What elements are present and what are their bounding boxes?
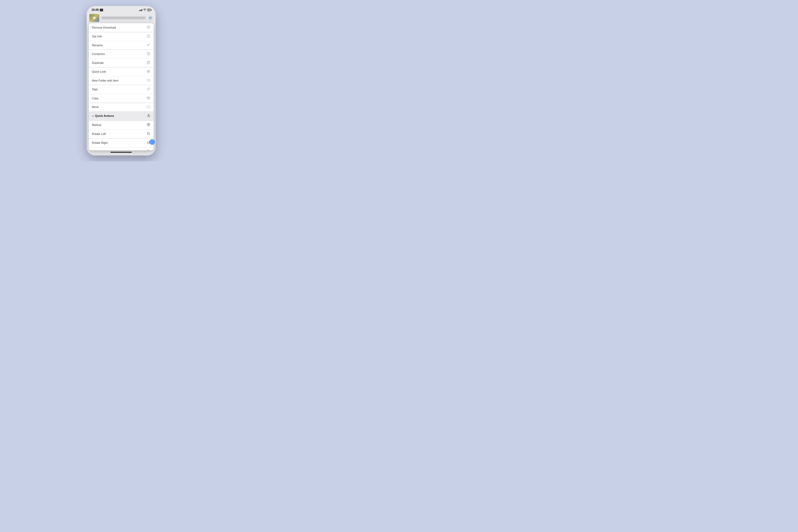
svg-rect-13 xyxy=(147,62,149,64)
menu-label-duplicate: Duplicate xyxy=(92,61,104,64)
markup-icon xyxy=(147,123,150,127)
menu-item-quick-look[interactable]: Quick Look xyxy=(89,68,154,76)
compress-icon xyxy=(147,52,150,56)
menu-label-markup: Markup xyxy=(92,124,101,127)
status-icons: 83 xyxy=(139,8,151,11)
file-row xyxy=(87,13,156,23)
svg-point-21 xyxy=(149,116,150,116)
chevron-down-icon xyxy=(92,115,94,117)
home-indicator xyxy=(111,152,132,153)
svg-point-17 xyxy=(149,88,149,89)
svg-point-3 xyxy=(150,17,151,18)
blue-circle xyxy=(149,139,155,145)
menu-label-remove-download: Remove Download xyxy=(92,26,116,29)
copy-icon xyxy=(147,96,150,100)
menu-label-quick-look: Quick Look xyxy=(92,70,106,73)
signal-icon xyxy=(139,9,142,11)
quick-actions-header[interactable]: Quick Actions xyxy=(89,112,154,121)
menu-item-markup[interactable]: Markup xyxy=(89,121,154,130)
menu-label-new-folder: New Folder with Item xyxy=(92,79,118,82)
menu-item-move[interactable]: Move xyxy=(89,103,154,112)
rename-icon xyxy=(147,43,150,47)
menu-item-compress[interactable]: Compress xyxy=(89,50,154,58)
remove-download-icon xyxy=(147,25,150,30)
menu-item-duplicate[interactable]: Duplicate xyxy=(89,58,154,68)
svg-point-20 xyxy=(148,116,148,116)
file-thumbnail xyxy=(89,14,99,22)
svg-point-10 xyxy=(148,35,149,36)
svg-point-0 xyxy=(149,17,150,18)
svg-point-5 xyxy=(150,18,151,19)
menu-label-rename: Rename xyxy=(92,44,102,47)
svg-point-22 xyxy=(147,123,150,126)
svg-rect-24 xyxy=(147,142,149,144)
notification-icon: ⬛ xyxy=(100,9,103,11)
context-menu: Remove Download Get Info xyxy=(89,23,154,150)
svg-point-2 xyxy=(149,18,150,19)
menu-item-rotate-right[interactable]: Rotate Right xyxy=(89,139,154,148)
move-icon xyxy=(147,105,150,109)
svg-rect-19 xyxy=(147,97,149,99)
menu-label-rotate-right: Rotate Right xyxy=(92,141,108,145)
menu-item-create-pdf[interactable]: Create PDF xyxy=(89,148,154,150)
file-name xyxy=(101,17,146,19)
svg-point-6 xyxy=(151,17,151,18)
menu-item-tags[interactable]: Tags xyxy=(89,85,154,94)
quick-actions-label: Quick Actions xyxy=(95,114,146,118)
new-folder-icon xyxy=(147,79,150,82)
menu-label-compress: Compress xyxy=(92,53,105,56)
bottom-bar xyxy=(87,150,156,155)
battery-icon: 83 xyxy=(147,8,151,11)
duplicate-icon xyxy=(147,61,150,65)
menu-item-copy[interactable]: Copy xyxy=(89,94,154,103)
menu-label-copy: Copy xyxy=(92,97,98,100)
phone-frame: 15:05 ⬛ 83 xyxy=(87,6,156,155)
battery-level: 83 xyxy=(148,9,150,11)
wifi-icon xyxy=(143,9,146,11)
menu-item-new-folder[interactable]: New Folder with Item xyxy=(89,76,154,85)
menu-label-rotate-left: Rotate Left xyxy=(92,132,106,136)
svg-rect-23 xyxy=(148,133,150,135)
get-info-icon xyxy=(147,35,150,39)
svg-point-1 xyxy=(149,18,150,18)
menu-label-get-info: Get Info xyxy=(92,35,102,38)
menu-item-get-info[interactable]: Get Info xyxy=(89,32,154,41)
quick-actions-icon xyxy=(147,114,150,118)
menu-label-tags: Tags xyxy=(92,88,98,91)
svg-point-7 xyxy=(151,18,151,18)
sort-button[interactable] xyxy=(148,15,153,20)
status-time: 15:05 ⬛ xyxy=(92,8,103,12)
menu-item-rename[interactable]: Rename xyxy=(89,41,154,50)
menu-label-move: Move xyxy=(92,106,99,109)
quick-look-icon xyxy=(147,70,150,74)
time-text: 15:05 xyxy=(92,8,99,12)
status-bar: 15:05 ⬛ 83 xyxy=(87,6,156,13)
rotate-left-icon xyxy=(147,132,150,136)
menu-item-rotate-left[interactable]: Rotate Left xyxy=(89,130,154,138)
svg-point-16 xyxy=(148,71,149,72)
svg-point-4 xyxy=(150,18,151,18)
menu-item-remove-download[interactable]: Remove Download xyxy=(89,23,154,32)
tags-icon xyxy=(147,88,150,92)
